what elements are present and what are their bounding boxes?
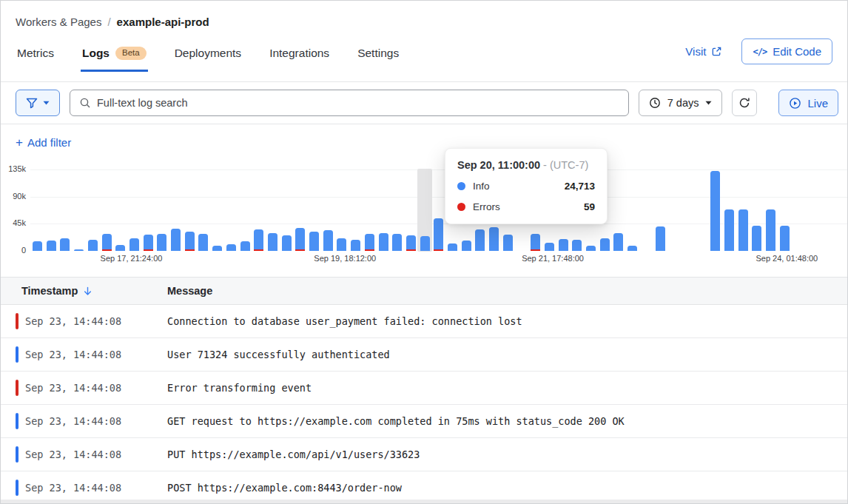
tab-metrics[interactable]: Metrics	[16, 41, 55, 72]
chart-bar[interactable]	[545, 243, 554, 251]
time-range-button[interactable]: 7 days	[639, 90, 723, 116]
chart-bar[interactable]	[406, 235, 416, 251]
tab-logs[interactable]: Logs Beta	[81, 41, 148, 72]
log-row[interactable]: Sep 23, 14:44:08PUT https://example.com/…	[1, 438, 847, 471]
chart-bar[interactable]	[475, 229, 485, 251]
chart-bar[interactable]	[323, 230, 333, 251]
severity-indicator-info	[16, 346, 18, 363]
chart-bar[interactable]	[198, 234, 208, 251]
tooltip-series-label: Errors	[473, 201, 500, 212]
chart-bar[interactable]	[752, 226, 761, 251]
tab-integrations[interactable]: Integrations	[268, 41, 331, 72]
chart-bar[interactable]	[613, 233, 623, 251]
log-volume-chart: Sep 20, 11:00:00 - (UTC-7) Info 24,713 E…	[1, 163, 847, 271]
chart-bar[interactable]	[309, 232, 319, 251]
time-range-value: 7 days	[667, 97, 699, 109]
chart-bar[interactable]	[129, 238, 139, 251]
chart-bar[interactable]	[559, 239, 568, 251]
refresh-button[interactable]	[732, 90, 757, 116]
tab-deployments[interactable]: Deployments	[173, 41, 243, 72]
chart-bar[interactable]	[420, 236, 430, 251]
chart-bar[interactable]	[226, 244, 236, 251]
tab-settings[interactable]: Settings	[356, 41, 400, 72]
log-row[interactable]: Sep 23, 14:44:08GET request to https://e…	[1, 405, 847, 438]
chart-bar[interactable]	[462, 241, 471, 251]
breadcrumb-section[interactable]: Workers & Pages	[16, 16, 101, 28]
clock-icon	[649, 97, 661, 109]
chart-bar[interactable]	[738, 209, 748, 251]
chart-bar[interactable]	[337, 238, 346, 251]
chart-bar[interactable]	[379, 233, 388, 251]
timestamp-header-label: Timestamp	[21, 285, 78, 297]
chart-bar[interactable]	[74, 249, 84, 251]
chart-bar[interactable]	[295, 228, 305, 251]
log-row[interactable]: Sep 23, 14:44:08Error transforming event	[1, 372, 847, 405]
chart-bar[interactable]	[88, 240, 98, 251]
live-button[interactable]: Live	[778, 90, 838, 116]
x-axis-tick: Sep 17, 21:24:00	[101, 254, 163, 263]
edit-code-label: Edit Code	[773, 45, 821, 58]
column-header-timestamp[interactable]: Timestamp	[21, 285, 167, 297]
message-header-label: Message	[167, 285, 212, 297]
chart-bar[interactable]	[254, 229, 263, 251]
log-table: Timestamp Message Sep 23, 14:44:08Connec…	[1, 277, 847, 504]
visit-link[interactable]: Visit	[685, 45, 722, 58]
search-box[interactable]	[70, 90, 629, 116]
y-axis-tick: 45k	[1, 218, 26, 227]
chart-bar[interactable]	[489, 227, 499, 251]
chart-bar[interactable]	[780, 226, 790, 251]
tooltip-series-label: Info	[473, 181, 490, 192]
chart-bar[interactable]	[351, 240, 360, 251]
add-filter-label: Add filter	[27, 136, 71, 149]
sort-desc-icon	[82, 286, 93, 297]
log-table-body: Sep 23, 14:44:08Connection to database u…	[1, 305, 847, 504]
severity-indicator-error	[16, 380, 18, 396]
chart-bar[interactable]	[503, 235, 513, 251]
x-axis-tick: Sep 19, 18:12:00	[314, 254, 376, 263]
chart-bar-error-segment	[406, 249, 416, 251]
chart-bar[interactable]	[33, 241, 42, 251]
code-icon: </>	[753, 47, 767, 57]
funnel-icon	[26, 98, 38, 109]
chart-bar[interactable]	[627, 246, 637, 251]
log-row[interactable]: Sep 23, 14:44:08User 71324 successfully …	[1, 338, 847, 372]
chart-bar[interactable]	[586, 246, 596, 251]
tab-bar: Metrics Logs Beta Deployments Integratio…	[1, 38, 847, 72]
chart-bar[interactable]	[185, 232, 195, 251]
search-icon	[79, 97, 91, 109]
chart-bar[interactable]	[434, 218, 443, 251]
chart-bar[interactable]	[572, 240, 582, 251]
chart-bar[interactable]	[115, 245, 125, 251]
severity-indicator-error	[16, 313, 18, 329]
chart-bar[interactable]	[144, 235, 153, 251]
filter-menu-button[interactable]	[16, 90, 60, 116]
chart-bar[interactable]	[282, 235, 292, 251]
chart-bar[interactable]	[531, 234, 540, 251]
chart-bar[interactable]	[365, 234, 374, 251]
chart-bar[interactable]	[240, 241, 250, 251]
severity-indicator-info	[16, 446, 18, 463]
chart-bar[interactable]	[724, 209, 734, 251]
add-filter-button[interactable]: + Add filter	[16, 136, 71, 149]
edit-code-button[interactable]: </> Edit Code	[741, 38, 832, 64]
filter-bar: 7 days Live	[1, 82, 847, 124]
chart-bar[interactable]	[47, 241, 56, 251]
log-row[interactable]: Sep 23, 14:44:08Connection to database u…	[1, 305, 847, 338]
chart-bar[interactable]	[268, 233, 277, 251]
chart-bar[interactable]	[448, 243, 457, 251]
search-input[interactable]	[97, 97, 619, 109]
chart-bar[interactable]	[710, 171, 720, 251]
tooltip-series-value: 59	[584, 201, 595, 212]
visit-label: Visit	[685, 45, 706, 58]
chart-bar[interactable]	[656, 226, 665, 251]
chart-bar[interactable]	[600, 238, 610, 251]
chart-bar[interactable]	[171, 229, 181, 251]
column-header-message[interactable]: Message	[167, 284, 212, 298]
chart-bar[interactable]	[392, 234, 402, 251]
chart-bar[interactable]	[60, 238, 70, 251]
chart-bar[interactable]	[157, 234, 166, 251]
chart-bar[interactable]	[212, 246, 222, 251]
chart-bar-error-segment	[144, 249, 153, 251]
chart-bar[interactable]	[102, 234, 112, 251]
chart-bar[interactable]	[766, 209, 775, 251]
